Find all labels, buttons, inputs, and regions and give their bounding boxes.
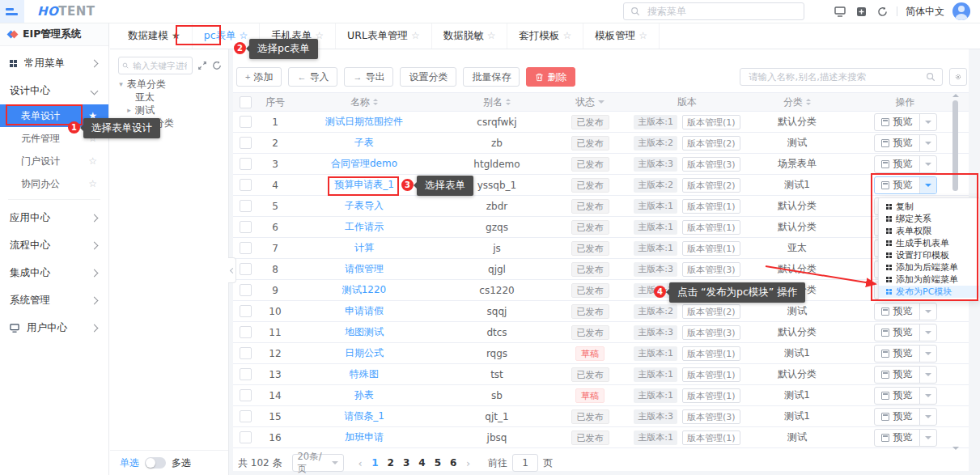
form-module-tab[interactable]: 模板管理 ☆ — [583, 23, 660, 49]
column-header-status[interactable]: 状态 — [558, 95, 622, 109]
tree-node[interactable]: 亚太 — [110, 91, 228, 104]
form-name-link[interactable]: 日期公式 — [345, 346, 384, 360]
scroll-down-icon[interactable] — [952, 447, 959, 450]
form-module-tab[interactable]: 数据建模 ★ — [117, 23, 193, 49]
main-version-tag[interactable]: 主版本:1 — [634, 430, 677, 445]
sidebar-menu-item[interactable]: 元件管理 ☆ — [0, 127, 108, 150]
version-manage-tag[interactable]: 版本管理(2) — [682, 178, 740, 193]
form-module-tab[interactable]: 套打模板 ☆ — [507, 23, 583, 49]
form-name-link[interactable]: 孙表 — [354, 388, 374, 402]
main-version-tag[interactable]: 主版本:2 — [634, 304, 677, 319]
toolbar-button[interactable]: → 导出 — [344, 67, 393, 87]
column-header-alias[interactable]: 别名 — [435, 95, 558, 109]
panel-collapse-handle[interactable] — [228, 257, 236, 283]
version-manage-tag[interactable]: 版本管理(3) — [682, 262, 740, 277]
refresh-icon[interactable] — [876, 5, 889, 18]
main-version-tag[interactable]: 主版本:1 — [634, 220, 677, 235]
favorite-star-icon[interactable]: ☆ — [88, 155, 97, 167]
row-menu-item[interactable]: 设置打印模板 — [879, 249, 979, 261]
tree-caret-icon[interactable]: ▸ — [125, 106, 134, 114]
more-actions-dropdown[interactable] — [920, 177, 936, 193]
main-version-tag[interactable]: 主版本:3 — [634, 409, 677, 424]
row-menu-item[interactable]: 生成手机表单 — [879, 237, 979, 249]
language-switch[interactable]: 简体中文 — [906, 5, 944, 19]
form-name-link[interactable]: 工作请示 — [345, 220, 384, 234]
main-version-tag[interactable]: 主版本:1 — [634, 283, 677, 298]
main-version-tag[interactable]: 主版本:1 — [634, 115, 677, 129]
preview-split-button[interactable]: 预览 — [874, 176, 937, 194]
menu-search-input[interactable] — [623, 2, 804, 20]
form-name-link[interactable]: 特殊图 — [350, 367, 379, 381]
version-manage-tag[interactable]: 版本管理(1) — [682, 220, 740, 235]
toolbar-button[interactable]: 批量保存 — [463, 67, 520, 87]
page-number[interactable]: 4 — [414, 457, 430, 469]
sidebar-menu-item[interactable]: 集成中心 — [0, 259, 108, 286]
sidebar-menu-item[interactable]: 协同办公 ☆ — [0, 172, 108, 195]
preview-split-button[interactable]: 预览 — [874, 134, 937, 152]
form-name-link[interactable]: 加班申请 — [345, 430, 384, 444]
version-manage-tag[interactable]: 版本管理(3) — [682, 325, 740, 340]
select-mode-toggle[interactable] — [145, 457, 166, 469]
sidebar-menu-item[interactable]: 系统管理 — [0, 286, 108, 314]
form-name-link[interactable]: 预算申请表_1 — [334, 178, 394, 192]
row-checkbox[interactable] — [240, 305, 252, 317]
menu-collapse-icon[interactable] — [0, 0, 24, 23]
main-version-tag[interactable]: 主版本:3 — [634, 325, 677, 340]
version-manage-tag[interactable]: 版本管理(1) — [682, 430, 740, 445]
main-version-tag[interactable]: 主版本:1 — [634, 199, 677, 214]
goto-page-input[interactable] — [512, 454, 538, 472]
form-module-tab[interactable]: 数据脱敏 ☆ — [432, 23, 508, 49]
single-select-label[interactable]: 单选 — [120, 456, 139, 470]
user-avatar[interactable] — [952, 2, 970, 20]
row-checkbox[interactable] — [240, 221, 252, 233]
more-actions-dropdown[interactable] — [920, 388, 936, 404]
form-name-link[interactable]: 测试日期范围控件 — [325, 115, 403, 129]
sort-icon[interactable] — [806, 99, 811, 105]
column-header-category[interactable]: 分类 — [753, 95, 842, 109]
sidebar-menu-item[interactable]: 设计中心 — [0, 77, 108, 104]
row-checkbox[interactable] — [240, 347, 252, 359]
row-menu-item[interactable]: 添加为后端菜单 — [879, 261, 979, 274]
more-actions-dropdown[interactable] — [920, 303, 936, 320]
favorite-star-icon[interactable]: ☆ — [88, 133, 97, 144]
sort-icon[interactable] — [373, 99, 378, 105]
version-manage-tag[interactable]: 版本管理(1) — [682, 367, 740, 382]
tab-star-icon[interactable]: ☆ — [562, 23, 571, 49]
toolbar-button[interactable]: ← 导入 — [288, 67, 337, 87]
form-name-link[interactable]: 请假条_1 — [344, 409, 384, 423]
version-manage-tag[interactable]: 版本管理(1) — [682, 388, 740, 403]
sidebar-menu-item[interactable]: 应用中心 — [0, 204, 108, 231]
sidebar-menu-item[interactable]: 表单设计 ★ — [0, 104, 108, 127]
select-all-checkbox[interactable] — [240, 96, 252, 108]
row-checkbox[interactable] — [240, 200, 252, 212]
main-version-tag[interactable]: 主版本:1 — [634, 367, 677, 382]
preview-split-button[interactable]: 预览 — [874, 155, 937, 173]
tree-node[interactable]: 默认分类 — [110, 117, 228, 129]
prev-page-button[interactable]: ‹ — [358, 457, 363, 469]
expand-icon[interactable] — [197, 61, 207, 70]
row-checkbox[interactable] — [240, 116, 252, 128]
preview-split-button[interactable]: 预览 — [874, 366, 937, 384]
form-name-link[interactable]: 合同管理demo — [331, 157, 397, 171]
row-menu-item[interactable]: 发布为PC模块 — [879, 286, 979, 298]
tab-star-icon[interactable]: ☆ — [240, 23, 248, 49]
main-version-tag[interactable]: 主版本:3 — [634, 262, 677, 277]
row-checkbox[interactable] — [240, 431, 252, 443]
tab-star-icon[interactable]: ☆ — [638, 23, 647, 49]
main-version-tag[interactable]: 主版本:2 — [634, 136, 677, 151]
version-manage-tag[interactable]: 版本管理(1) — [682, 283, 740, 298]
more-actions-dropdown[interactable] — [920, 409, 936, 425]
preview-split-button[interactable]: 预览 — [874, 303, 937, 320]
preview-split-button[interactable]: 预览 — [874, 345, 937, 363]
version-manage-tag[interactable]: 版本管理(1) — [682, 199, 740, 214]
tab-star-icon[interactable]: ☆ — [315, 23, 324, 49]
row-checkbox[interactable] — [240, 242, 252, 254]
row-checkbox[interactable] — [240, 158, 252, 170]
refresh-icon[interactable] — [212, 61, 222, 70]
row-checkbox[interactable] — [240, 284, 252, 296]
main-version-tag[interactable]: 主版本:3 — [634, 157, 677, 172]
version-manage-tag[interactable]: 版本管理(2) — [682, 304, 740, 319]
form-module-tab[interactable]: 手机表单 ☆ — [260, 23, 336, 49]
form-name-link[interactable]: 请假管理 — [345, 262, 384, 276]
form-name-link[interactable]: 计算 — [354, 241, 374, 255]
